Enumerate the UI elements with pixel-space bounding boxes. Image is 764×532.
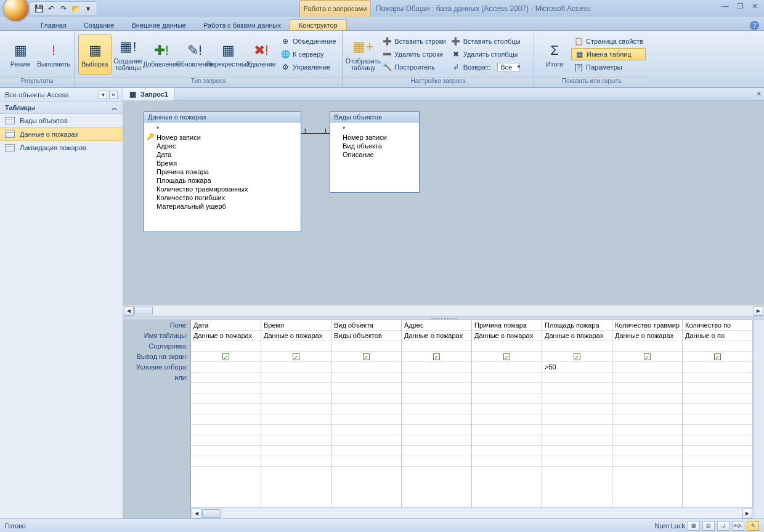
grid-column-empty[interactable] (542, 383, 612, 507)
empty-cell[interactable] (542, 456, 612, 467)
empty-cell[interactable] (331, 383, 401, 393)
nav-header[interactable]: Все объекты Access ▾ « (0, 88, 123, 102)
builder-button[interactable]: 🔨Построитель (380, 61, 448, 73)
maximize-icon[interactable]: ❐ (734, 2, 746, 13)
empty-cell[interactable] (261, 393, 331, 404)
empty-cell[interactable] (402, 404, 471, 414)
help-icon[interactable]: ? (750, 21, 759, 30)
show-table-button[interactable]: ▦+Отобразить таблицу (346, 34, 380, 75)
sql-view-button[interactable]: SQL (732, 521, 744, 531)
field[interactable]: Время (148, 159, 297, 167)
empty-cell[interactable] (191, 425, 261, 435)
empty-cell[interactable] (542, 435, 612, 446)
cell-field[interactable]: Дата (191, 320, 261, 331)
cell-field[interactable]: Количество травмир (612, 320, 682, 331)
empty-cell[interactable] (612, 456, 682, 467)
empty-cell[interactable] (261, 425, 331, 435)
empty-cell[interactable] (331, 435, 401, 446)
cell-criteria[interactable]: >50 (542, 362, 612, 373)
grid-column-empty[interactable] (331, 383, 402, 507)
empty-cell[interactable] (472, 435, 542, 446)
tab-external-data[interactable]: Внешние данные (123, 20, 195, 30)
empty-cell[interactable] (331, 393, 401, 404)
empty-cell[interactable] (472, 393, 542, 404)
cell-sort[interactable] (683, 341, 752, 352)
cell-criteria[interactable] (683, 362, 752, 373)
field[interactable]: Количество травмированных (148, 185, 297, 193)
totals-button[interactable]: ΣИтоги (538, 34, 571, 75)
delete-cols-button[interactable]: ✖Удалить столбцы (449, 48, 530, 60)
cell-field[interactable]: Адрес (402, 320, 471, 331)
empty-cell[interactable] (683, 414, 752, 425)
qat-more-icon[interactable]: ▾ (83, 4, 93, 14)
empty-cell[interactable] (331, 414, 401, 425)
cell-sort[interactable] (191, 341, 261, 352)
document-close-button[interactable]: ✕ (753, 90, 764, 98)
empty-cell[interactable] (542, 393, 612, 404)
empty-cell[interactable] (402, 446, 471, 456)
datasheet-view-button[interactable]: ▦ (688, 521, 700, 531)
tab-home[interactable]: Главная (32, 20, 75, 30)
empty-cell[interactable] (683, 425, 752, 435)
empty-cell[interactable] (542, 404, 612, 414)
property-sheet-button[interactable]: 📋Страница свойств (571, 35, 646, 47)
grid-column[interactable]: ДатаДанные о пожарах (191, 320, 261, 383)
empty-cell[interactable] (683, 383, 752, 393)
empty-cell[interactable] (542, 425, 612, 435)
grid-vscroll[interactable] (753, 320, 764, 518)
nav-item-table[interactable]: Ликвидация пожаров (0, 141, 123, 155)
run-button[interactable]: !Выполнить (37, 34, 70, 75)
crosstab-button[interactable]: ▦Перекрестный (211, 34, 245, 75)
cell-or[interactable] (542, 373, 612, 383)
field-key[interactable]: Номер записи (148, 133, 297, 142)
empty-cell[interactable] (683, 404, 752, 414)
empty-cell[interactable] (542, 414, 612, 425)
empty-cell[interactable] (683, 435, 752, 446)
cell-or[interactable] (612, 373, 682, 383)
field[interactable]: Адрес (148, 142, 297, 150)
pivot-view-button[interactable]: ▤ (702, 521, 715, 531)
scroll-right-button[interactable]: ► (742, 509, 752, 518)
cell-criteria[interactable] (402, 362, 471, 373)
scroll-track[interactable] (153, 307, 753, 315)
grid-column-empty[interactable] (261, 383, 331, 507)
empty-cell[interactable] (191, 383, 261, 393)
field[interactable]: Причина пожара (148, 167, 297, 176)
cell-sort[interactable] (472, 341, 542, 352)
empty-cell[interactable] (612, 393, 682, 404)
empty-cell[interactable] (331, 456, 401, 467)
empty-cell[interactable] (261, 383, 331, 393)
checkbox-checked-icon[interactable] (714, 353, 721, 360)
table-box-objects[interactable]: Виды объектов * Номер записи Вид объекта… (330, 111, 420, 193)
checkbox-checked-icon[interactable] (503, 353, 510, 360)
empty-cell[interactable] (612, 435, 682, 446)
document-tab[interactable]: ▦Запрос1 (123, 88, 175, 100)
nav-item-table[interactable]: Данные о пожарах (0, 127, 123, 141)
insert-rows-button[interactable]: ➕Вставить строки (380, 35, 448, 47)
empty-cell[interactable] (191, 404, 261, 414)
cell-table[interactable]: Виды объектов (331, 331, 401, 341)
empty-cell[interactable] (542, 383, 612, 393)
chart-view-button[interactable]: 📊 (717, 521, 729, 531)
select-query-button[interactable]: ▦Выборка (78, 34, 112, 75)
scroll-left-button[interactable]: ◄ (124, 306, 134, 316)
grid-column-empty[interactable] (683, 383, 753, 507)
cell-show[interactable] (542, 352, 612, 362)
cell-field[interactable]: Причина пожара (472, 320, 542, 331)
field[interactable]: * (334, 124, 415, 133)
cell-field[interactable]: Количество по (683, 320, 752, 331)
cell-show[interactable] (472, 352, 542, 362)
checkbox-checked-icon[interactable] (293, 353, 299, 360)
checkbox-checked-icon[interactable] (644, 353, 651, 360)
table-box-fires[interactable]: Данные о пожарах * Номер записи Адрес Да… (144, 111, 301, 232)
empty-cell[interactable] (261, 435, 331, 446)
cell-sort[interactable] (542, 341, 612, 352)
empty-cell[interactable] (683, 446, 752, 456)
empty-cell[interactable] (612, 414, 682, 425)
open-icon[interactable]: 📂 (71, 4, 81, 14)
cell-criteria[interactable] (191, 362, 261, 373)
empty-cell[interactable] (261, 404, 331, 414)
scroll-thumb[interactable] (202, 509, 221, 518)
field[interactable]: Описание (334, 150, 415, 159)
grid-column[interactable]: АдресДанные о пожарах (402, 320, 472, 383)
